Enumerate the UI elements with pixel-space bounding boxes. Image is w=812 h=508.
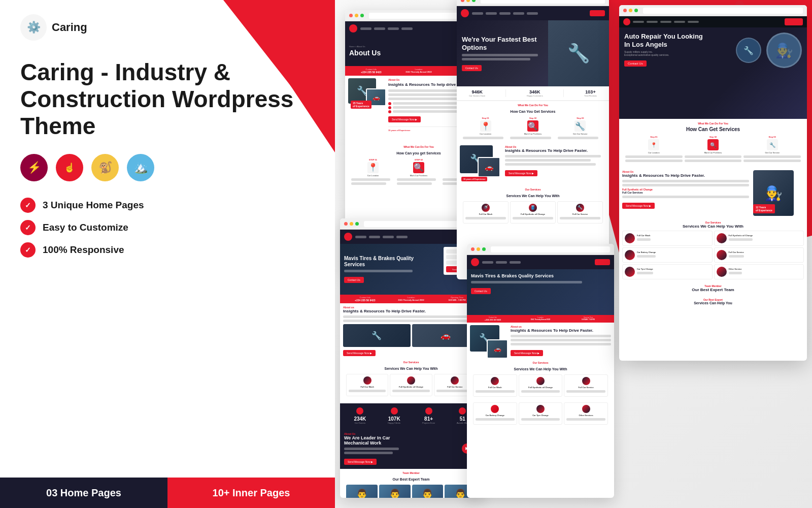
sc4-leader-desc [344,448,399,450]
sc5-svc-name-3: Full Car Service [566,386,605,389]
sc3-steps-row: Step 01 📍 Car Location Step 02 🔍 Mark Ca… [622,134,804,166]
sc5-service-3: Full Car Service [564,374,608,397]
sc2-step-num-3: Step 03 [558,117,603,119]
sc3-svc-desc-2 [729,238,753,241]
sc5-service-5: Car Tyre Change [519,402,563,425]
sc3-send-btn[interactable]: Send Message Now ▶ [622,203,655,209]
sc2-step-text-3 [558,137,598,139]
sc4-hero-desc [344,270,413,272]
sc4-about-img-1: 🔧 [343,324,411,347]
sc4-counter-1: 234K Car Owners [354,407,366,424]
sc2-insights-img-overlay: 🚗 [478,157,500,177]
sc3-step-num-1: Step 01 [625,136,683,138]
sc2-hero: 🔧 We're Your Fastest Best Options Contac… [457,20,609,86]
sc2-steps-section: What We Can Do For You How Can You Get S… [457,101,609,143]
sc3-svc-name-1: Full Car Wash [637,234,651,237]
sc4-hero-btn[interactable]: Contact Us [344,277,364,283]
sc5-about-text-3 [511,343,611,345]
sc4-nav-logo [344,233,352,241]
sc4-counter-icon-4 [459,407,466,415]
sc2-stat-label-2: Happy Customers [527,94,543,97]
sc3-service-4: Full Car Service [714,247,804,263]
sc2-services-section: Our Services Services We Can Help You Wi… [457,179,609,227]
sc2-step-num-2: Step 02 [510,117,555,119]
sc5-svc-text-2 [521,390,560,393]
sc3-step-text-3 [743,155,801,158]
sc4-team-1: 👨 Expert 1 Mechanic [346,485,378,498]
sc4-leader-btn[interactable]: Send Message Now ▶ [344,459,377,465]
sc1-step-2: STEP 02 🔍 Mark Car Problems [397,158,441,186]
sc3-step-name-3: Get Car Service [743,151,801,154]
sc1-nav-links [360,27,470,30]
sc5-nav [467,255,614,269]
sc5-nav-link-1 [482,261,493,264]
bc-red-3 [623,9,627,12]
sc1-step-text-1b [351,182,386,185]
sc5-hero-btn[interactable]: Contact Us [471,288,491,294]
sc3-nav-link-5 [688,21,699,23]
sc3-service-2: Full Synthetic oil Change [714,231,804,246]
sc2-step-2: Step 02 🔍 Mark Car Problems [510,117,555,141]
sc3-services-title: Services We Can Help You With [622,224,804,229]
sc5-about-content: About us Insights & Resources To Help Dr… [511,325,611,356]
sc3-mechanic-img: 👨‍🔧 12 Yearsof Experience [753,170,804,216]
sc4-svc-text-1 [349,390,386,392]
sc1-phone: Contact Info +234 235 56 9423 [348,68,394,74]
sc5-nav-btn [595,259,610,265]
sc1-nav-link-2 [374,27,385,30]
sc5-about-images: 🔧 🚗 [470,325,508,356]
sc2-step-icon-2: 🔍 [527,120,538,132]
sc2-send-btn[interactable]: Send Message Now ▶ [505,170,537,176]
sc3-service-6: Other Service [714,264,804,279]
sc3-svc-icon-1 [625,233,635,243]
sc3-svc-icon-3 [625,250,635,260]
sc4-services-section: Our Services Services We Can Help You Wi… [340,359,482,398]
sc4-team-photo-1: 👨 [346,485,378,498]
sc3-svc-desc-5 [637,272,653,274]
sc3-team-section: Team Member Our Best Expert Team [619,282,807,297]
sc3-svc-name-3: Car Battery Change [637,251,656,253]
sc4-nav-links [355,236,460,238]
sc5-services-title: Services We Can Help You With [470,364,611,372]
sc5-phone: Contact Info +234 235 56 9423 [469,316,516,321]
sc5-svc-icon-3 [582,377,590,385]
sc4-team-section: Team Member Our Best Expert Team 👨 Exper… [340,469,482,498]
sc4-leader-title: We Are Leader In Car Mechanical Work [344,435,405,447]
sc4-about-title: Insights & Resources To Help Drive Faste… [343,309,479,314]
sc4-location-val: 3561 Thornaly Annual 2022 [389,299,434,301]
sc2-nav-link-3 [499,12,511,15]
sc3-nav-link-4 [674,21,685,23]
sc2-step-text-2 [510,137,551,139]
sc4-service-name-1: Full Car Wash [349,386,386,388]
sc3-step-text-1b [625,160,683,162]
sc5-svc-icon-1 [491,377,499,385]
sc2-service-2: 🛢️ Full Synthetic oil Change [510,201,556,224]
sc4-counter-num-1: 234K [354,416,366,422]
sc4-send-btn[interactable]: Send Message Now ▶ [343,350,376,356]
sc3-car-service-link[interactable]: Full Car Services [622,191,749,194]
sc2-insights-images: 🔧 🚗 15 years of Experience [460,145,500,173]
sc2-step-icon-1: 📍 [480,120,491,132]
sc3-svc-name-4: Full Car Service [729,251,744,253]
feature-label-1: 3 Unique Home Pages [43,200,144,211]
sc5-about-text-2 [511,339,611,341]
sc5-hero: Mavis Tires & Brakes Quality Services Co… [467,269,614,315]
sc4-service-1: Full Car Wash [346,374,388,396]
sc2-stat-label-1: Car Owners Gave [469,94,485,97]
screenshots-area: Home > About Us About Us Contact Info +2… [335,0,812,508]
sc3-hero-btn[interactable]: Contact Us [624,60,647,67]
sc1-send-btn[interactable]: Send Message Now ▶ [388,116,421,122]
sc3-svc-icon-5 [625,267,635,277]
sc3-step-1: Step 01 📍 Car Location [625,136,683,164]
sc3-hero-title: Auto Repair You Looking In Los Angels [624,33,705,48]
sc4-team-grid: 👨 Expert 1 Mechanic 👨 Expert 2 Technicia… [343,483,479,498]
sc5-send-btn[interactable]: Send Message Now ▶ [511,350,543,356]
sc3-step-2: Step 02 🔍 Mark Car Problems [685,136,742,164]
sc3-bottom-services: Our Best Expert Services Can Help You [619,297,807,309]
sc1-nav-logo [349,24,357,33]
check-icon-3: ✓ [20,242,36,258]
bc-red-2 [461,0,464,2]
sc3-service-5-inner: Car Tyre Change [625,267,710,277]
sc2-nav-links [472,12,587,15]
sc2-hero-btn[interactable]: Contact Us [462,65,482,71]
